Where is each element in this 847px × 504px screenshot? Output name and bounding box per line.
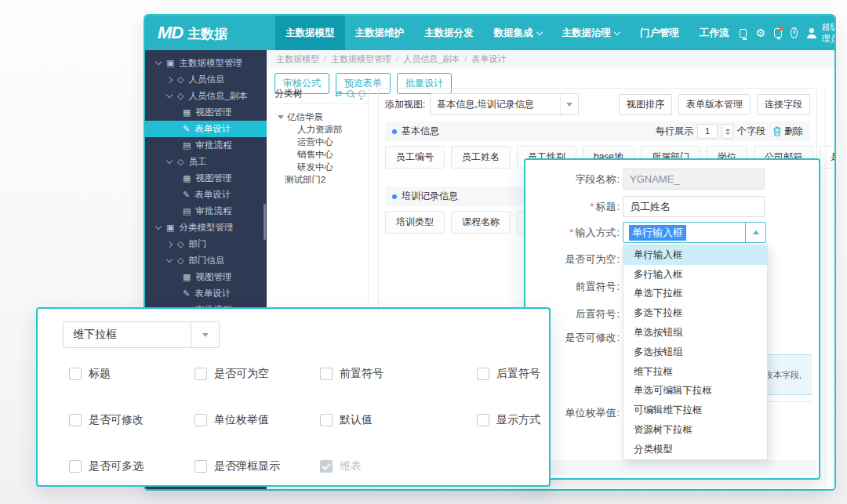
sidebar-item-department-info[interactable]: ◇部门信息	[145, 252, 267, 269]
prefix-symbol-label: 前置符号	[525, 276, 620, 297]
prefix-symbol-row: 前置符号	[525, 276, 620, 297]
delete-section-button[interactable]: 删除	[772, 125, 803, 138]
title-input[interactable]: 员工姓名	[623, 196, 765, 217]
monitor-icon[interactable]	[740, 29, 747, 38]
link-field-button[interactable]: 连接字段	[757, 94, 810, 115]
tree-node-root[interactable]: 亿信华辰	[272, 111, 368, 123]
user-name[interactable]: 超级管理员	[822, 21, 836, 45]
nav-item-master-data-distribute[interactable]: 主数据分发	[414, 16, 484, 50]
dialog-footer	[528, 460, 816, 475]
bulb-icon[interactable]	[358, 90, 365, 97]
breadcrumb-item[interactable]: 主数据模型	[276, 53, 319, 65]
info-icon[interactable]	[791, 27, 798, 38]
dropdown-option[interactable]: 分类模型	[623, 440, 767, 459]
checkbox-icon	[194, 368, 207, 380]
checkbox-multi-select[interactable]: 是否可多选	[69, 459, 144, 473]
chevron-down-icon	[154, 62, 162, 64]
nullable-label: 是否可为空	[525, 248, 620, 270]
sidebar-item-approve-flow[interactable]: ▤审批流程	[145, 203, 267, 219]
field-chip[interactable]: 员工姓名	[451, 146, 511, 169]
field-chip[interactable]: 员工编号	[385, 146, 445, 169]
sidebar-item-model-manage[interactable]: ▣主数据模型管理	[145, 55, 267, 71]
sidebar-scrollbar[interactable]	[264, 204, 266, 240]
dropdown-option[interactable]: 多选按钮组	[623, 343, 767, 362]
checkbox-icon	[320, 414, 333, 426]
sidebar-item-form-design[interactable]: ✎表单设计	[145, 285, 267, 302]
nav-item-workflow[interactable]: 工作流	[689, 16, 740, 50]
checkbox-suffix-symbol[interactable]: 后置符号	[477, 367, 540, 381]
field-chip[interactable]: 是否在职	[820, 146, 836, 169]
header-actions: ⚙ 超级管理员	[740, 21, 837, 45]
sidebar-item-view-manage[interactable]: ▦视图管理	[145, 269, 267, 285]
dropdown-option[interactable]: 单选可编辑下拉框	[623, 382, 767, 401]
dropdown-option[interactable]: 单选按钮组	[623, 323, 767, 343]
user-icon[interactable]	[806, 28, 813, 38]
dropdown-option[interactable]: 单选下拉框	[623, 285, 767, 304]
tree-node[interactable]: 研发中心	[272, 161, 368, 173]
dropdown-option[interactable]: 维下拉框	[623, 362, 767, 382]
checkbox-popup-display[interactable]: 是否弹框显示	[194, 459, 280, 473]
dropdown-option[interactable]: 多选下拉框	[623, 303, 767, 323]
field-chip[interactable]: 课程名称	[451, 211, 511, 234]
chevron-right-icon	[165, 78, 173, 82]
checkbox-title[interactable]: 标题	[69, 367, 111, 381]
logo-mark: MD	[158, 23, 183, 43]
sidebar-item-view-manage[interactable]: ▦视图管理	[145, 170, 267, 187]
sidebar-item-department[interactable]: ◇部门	[145, 236, 267, 252]
dropdown-option[interactable]: 可编辑维下拉框	[623, 401, 767, 420]
view-grid-icon: ▦	[183, 108, 191, 117]
section-title: 基本信息	[402, 125, 439, 138]
sidebar-item-person-info[interactable]: ◇人员信息	[145, 71, 267, 88]
breadcrumb-item[interactable]: 人员信息_副本	[391, 53, 460, 65]
title-label: 标题	[525, 196, 620, 217]
field-chip[interactable]: 培训类型	[385, 211, 445, 234]
nav-item-master-data-model[interactable]: 主数据模型	[275, 16, 345, 50]
tree-node[interactable]: 运营中心	[272, 136, 368, 148]
nav-item-data-integration[interactable]: 数据集成	[484, 16, 552, 50]
nav-item-portal-manage[interactable]: 门户管理	[630, 16, 689, 50]
checkbox-display-mode[interactable]: 显示方式	[477, 413, 540, 427]
add-view-value: 基本信息,培训记录信息	[431, 98, 560, 111]
gear-icon[interactable]: ⚙	[755, 27, 765, 38]
app-logo: MD 主数据	[145, 23, 275, 43]
input-type-label: 输入方式	[525, 222, 620, 243]
trash-icon	[772, 126, 782, 136]
sidebar-item-employee[interactable]: ◇员工	[145, 154, 267, 170]
dropdown-option[interactable]: 资源树下拉框	[623, 420, 767, 440]
message-icon[interactable]	[774, 28, 782, 38]
breadcrumb-item[interactable]: 主数据模型管理	[319, 53, 391, 65]
dropdown-option[interactable]: 多行输入框	[623, 265, 767, 285]
field-name-label: 字段名称	[525, 169, 620, 190]
checkbox-default-value[interactable]: 默认值	[320, 413, 373, 427]
add-view-select[interactable]: 基本信息,培训记录信息	[430, 93, 579, 115]
bullet-dot-icon	[392, 194, 397, 199]
sidebar-item-view-manage[interactable]: ▦视图管理	[145, 104, 267, 121]
tree-node[interactable]: 销售中心	[272, 148, 368, 161]
per-row-stepper[interactable]	[722, 124, 733, 139]
form-version-manage-button[interactable]: 表单版本管理	[678, 94, 751, 115]
sidebar-item-form-design[interactable]: ✎表单设计	[145, 121, 267, 137]
add-view-row: 添加视图: 基本信息,培训记录信息 视图排序 表单版本管理 连接字段	[379, 89, 816, 118]
nav-item-master-data-governance[interactable]: 主数据治理	[552, 16, 631, 50]
triangle-down-icon	[278, 115, 284, 119]
per-row-input[interactable]: 1	[697, 124, 718, 139]
checkbox-prefix-symbol[interactable]: 前置符号	[320, 367, 384, 381]
swap-icon[interactable]: ⇄	[335, 89, 342, 98]
field-name-input: YGNAME_	[623, 169, 765, 190]
config-type-select[interactable]: 维下拉框	[63, 321, 220, 348]
checkbox-nullable[interactable]: 是否可为空	[194, 367, 269, 381]
input-type-select[interactable]: 单行输入框	[623, 222, 766, 243]
sidebar-item-person-info-copy[interactable]: ◇人员信息_副本	[145, 88, 267, 104]
sidebar-item-form-design[interactable]: ✎表单设计	[145, 187, 267, 203]
view-sort-button[interactable]: 视图排序	[619, 94, 672, 115]
tree-node[interactable]: 测试部门2	[272, 173, 368, 186]
checkbox-modifiable[interactable]: 是否可修改	[69, 413, 144, 427]
search-icon[interactable]	[347, 90, 354, 97]
sidebar-item-approve-flow[interactable]: ▤审批流程	[145, 137, 267, 154]
checkbox-unit-enum[interactable]: 单位枚举值	[194, 413, 269, 427]
checkbox-icon	[320, 368, 333, 380]
nav-item-master-data-maintain[interactable]: 主数据维护	[345, 16, 415, 50]
tree-node[interactable]: 人力资源部	[272, 123, 368, 136]
dropdown-option-selected[interactable]: 单行输入框	[623, 245, 767, 265]
sidebar-item-category-model-manage[interactable]: ▣分类模型管理	[145, 219, 267, 236]
